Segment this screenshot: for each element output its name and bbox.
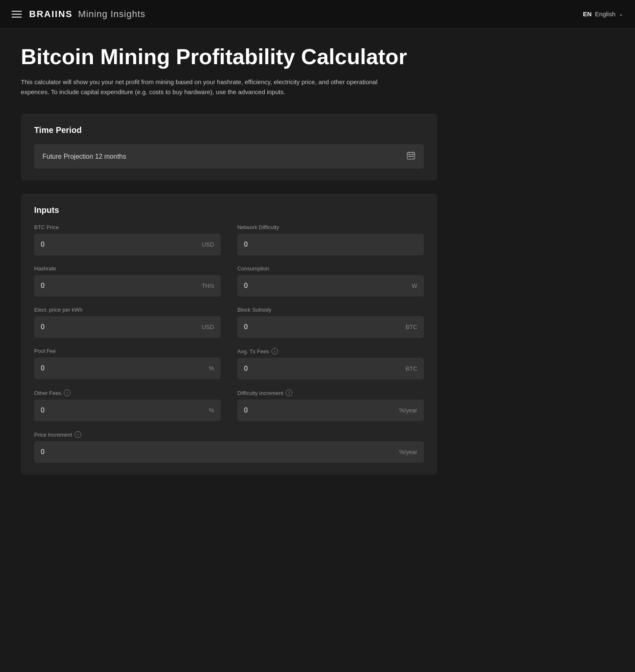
logo: BRAIINS Mining Insights bbox=[29, 9, 145, 20]
input-difficulty-increment[interactable] bbox=[244, 407, 396, 414]
inputs-grid: BTC PriceUSDNetwork DifficultyHashrateTH… bbox=[34, 224, 424, 463]
label-difficulty-increment: Difficulty Incrementi bbox=[237, 390, 424, 396]
input-wrapper-elec-price: USD bbox=[34, 316, 221, 338]
svg-rect-4 bbox=[408, 156, 410, 157]
brand-subtitle: Mining Insights bbox=[78, 9, 146, 19]
time-period-selector[interactable]: Future Projection 12 months bbox=[34, 144, 424, 169]
input-avg-tx-fees[interactable] bbox=[244, 365, 402, 372]
language-selector[interactable]: EN English ⌄ bbox=[583, 10, 623, 17]
inputs-title: Inputs bbox=[34, 205, 424, 215]
info-icon-other-fees[interactable]: i bbox=[64, 390, 70, 396]
lang-name: English bbox=[595, 10, 615, 17]
unit-other-fees: % bbox=[209, 407, 214, 414]
hamburger-menu[interactable] bbox=[12, 11, 22, 17]
unit-block-subsidy: BTC bbox=[406, 324, 417, 330]
info-icon-difficulty-increment[interactable]: i bbox=[286, 390, 292, 396]
input-wrapper-block-subsidy: BTC bbox=[237, 316, 424, 338]
inputs-card: Inputs BTC PriceUSDNetwork DifficultyHas… bbox=[21, 194, 437, 475]
input-wrapper-difficulty-increment: %/year bbox=[237, 400, 424, 421]
input-group-consumption: ConsumptionW bbox=[237, 265, 424, 297]
unit-btc-price: USD bbox=[202, 241, 214, 248]
input-group-price-increment: Price Incrementi%/year bbox=[34, 431, 424, 463]
input-wrapper-consumption: W bbox=[237, 275, 424, 297]
input-wrapper-hashrate: TH/s bbox=[34, 275, 221, 297]
label-hashrate: Hashrate bbox=[34, 265, 221, 272]
svg-rect-6 bbox=[412, 156, 413, 157]
input-group-pool-fee: Pool Fee% bbox=[34, 348, 221, 380]
input-group-block-subsidy: Block SubsidyBTC bbox=[237, 307, 424, 338]
input-group-elec-price: Elect. price per kWhUSD bbox=[34, 307, 221, 338]
unit-hashrate: TH/s bbox=[202, 282, 214, 289]
label-pool-fee: Pool Fee bbox=[34, 348, 221, 354]
input-block-subsidy[interactable] bbox=[244, 323, 402, 331]
input-wrapper-avg-tx-fees: BTC bbox=[237, 358, 424, 380]
label-network-difficulty: Network Difficulty bbox=[237, 224, 424, 230]
unit-difficulty-increment: %/year bbox=[399, 407, 417, 414]
input-group-other-fees: Other Feesi% bbox=[34, 390, 221, 421]
page-description: This calculator will show you your net p… bbox=[21, 77, 396, 97]
unit-elec-price: USD bbox=[202, 324, 214, 330]
page-title: Bitcoin Mining Profitability Calculator bbox=[21, 45, 437, 69]
input-wrapper-other-fees: % bbox=[34, 400, 221, 421]
unit-price-increment: %/year bbox=[399, 449, 417, 455]
input-price-increment[interactable] bbox=[41, 448, 396, 456]
info-icon-avg-tx-fees[interactable]: i bbox=[271, 348, 278, 355]
input-wrapper-btc-price: USD bbox=[34, 234, 221, 255]
unit-pool-fee: % bbox=[209, 365, 214, 372]
navbar-left: BRAIINS Mining Insights bbox=[12, 9, 145, 20]
label-other-fees: Other Feesi bbox=[34, 390, 221, 396]
input-wrapper-price-increment: %/year bbox=[34, 441, 424, 463]
input-network-difficulty[interactable] bbox=[244, 241, 417, 248]
input-hashrate[interactable] bbox=[41, 282, 198, 290]
input-pool-fee[interactable] bbox=[41, 365, 206, 372]
label-block-subsidy: Block Subsidy bbox=[237, 307, 424, 313]
input-group-hashrate: HashrateTH/s bbox=[34, 265, 221, 297]
info-icon-price-increment[interactable]: i bbox=[75, 431, 81, 438]
lang-code: EN bbox=[583, 10, 592, 17]
input-group-avg-tx-fees: Avg. Tx FeesiBTC bbox=[237, 348, 424, 380]
calendar-icon bbox=[406, 151, 416, 162]
brand-name: BRAIINS bbox=[29, 9, 72, 19]
chevron-down-icon: ⌄ bbox=[619, 11, 623, 17]
input-consumption[interactable] bbox=[244, 282, 408, 290]
input-group-difficulty-increment: Difficulty Incrementi%/year bbox=[237, 390, 424, 421]
label-btc-price: BTC Price bbox=[34, 224, 221, 230]
svg-rect-5 bbox=[411, 156, 412, 157]
time-period-label: Future Projection 12 months bbox=[42, 153, 126, 160]
navbar: BRAIINS Mining Insights EN English ⌄ bbox=[0, 0, 635, 28]
time-period-title: Time Period bbox=[34, 125, 424, 135]
main-content: Bitcoin Mining Profitability Calculator … bbox=[0, 28, 458, 513]
label-price-increment: Price Incrementi bbox=[34, 431, 424, 438]
time-period-card: Time Period Future Projection 12 months bbox=[21, 114, 437, 180]
label-elec-price: Elect. price per kWh bbox=[34, 307, 221, 313]
label-avg-tx-fees: Avg. Tx Feesi bbox=[237, 348, 424, 355]
input-wrapper-pool-fee: % bbox=[34, 357, 221, 379]
input-elec-price[interactable] bbox=[41, 323, 198, 331]
unit-consumption: W bbox=[412, 282, 417, 289]
input-wrapper-network-difficulty bbox=[237, 234, 424, 255]
input-group-btc-price: BTC PriceUSD bbox=[34, 224, 221, 255]
input-group-network-difficulty: Network Difficulty bbox=[237, 224, 424, 255]
label-consumption: Consumption bbox=[237, 265, 424, 272]
unit-avg-tx-fees: BTC bbox=[406, 365, 417, 372]
input-other-fees[interactable] bbox=[41, 407, 206, 414]
input-btc-price[interactable] bbox=[41, 241, 198, 248]
